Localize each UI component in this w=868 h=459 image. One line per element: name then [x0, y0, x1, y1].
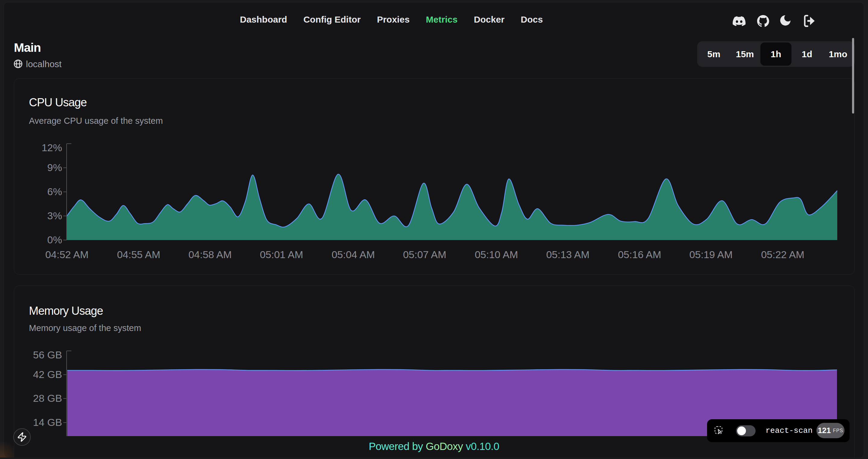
svg-text:9%: 9% — [47, 162, 62, 173]
svg-text:3%: 3% — [47, 210, 62, 221]
svg-text:42 GB: 42 GB — [33, 369, 62, 380]
svg-text:56 GB: 56 GB — [33, 349, 62, 361]
svg-text:05:13 AM: 05:13 AM — [546, 249, 590, 260]
svg-text:04:55 AM: 04:55 AM — [117, 249, 160, 260]
svg-text:05:19 AM: 05:19 AM — [689, 249, 733, 260]
svg-text:12%: 12% — [41, 142, 62, 153]
svg-text:05:22 AM: 05:22 AM — [761, 249, 804, 260]
svg-text:14 GB: 14 GB — [33, 417, 62, 428]
svg-text:04:58 AM: 04:58 AM — [188, 249, 232, 260]
svg-text:05:16 AM: 05:16 AM — [618, 249, 661, 260]
svg-text:0%: 0% — [47, 234, 62, 245]
svg-text:05:01 AM: 05:01 AM — [260, 249, 303, 260]
svg-text:05:10 AM: 05:10 AM — [475, 249, 518, 260]
svg-text:28 GB: 28 GB — [33, 392, 62, 404]
svg-text:05:04 AM: 05:04 AM — [332, 249, 375, 260]
svg-text:6%: 6% — [47, 186, 62, 197]
svg-text:04:52 AM: 04:52 AM — [45, 249, 89, 260]
svg-text:05:07 AM: 05:07 AM — [403, 249, 446, 260]
